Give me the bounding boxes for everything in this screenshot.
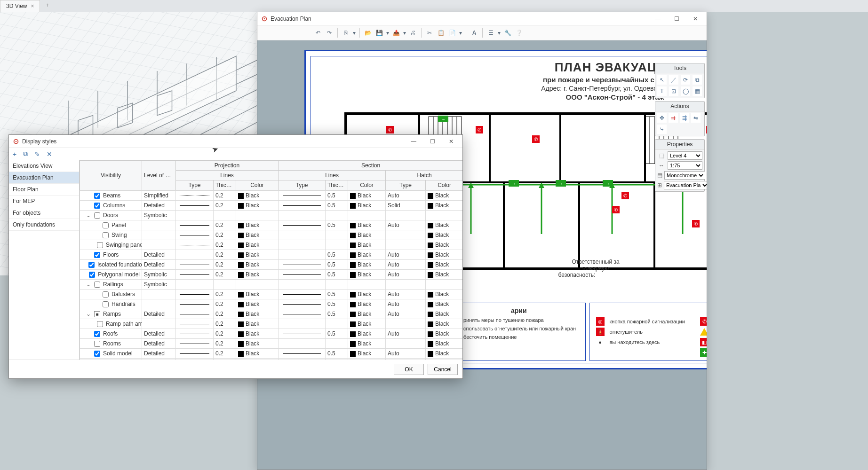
expander-icon[interactable]: ⌄ <box>86 212 91 219</box>
export-icon[interactable]: 📤 <box>391 28 401 38</box>
table-row[interactable]: FloorsDetailed0.2Black0.5BlackAutoBlack <box>80 250 463 260</box>
visibility-checkbox[interactable] <box>94 212 100 219</box>
table-row[interactable]: Swinging panel0.2BlackBlackBlack <box>80 240 463 250</box>
visibility-checkbox[interactable] <box>97 321 103 327</box>
table-row[interactable]: BeamsSimplified0.2Black0.5BlackAutoBlack <box>80 191 463 201</box>
expander-icon[interactable]: ⌄ <box>86 311 91 317</box>
evac-titlebar[interactable]: Evacuation Plan — ☐ ✕ <box>257 12 707 25</box>
table-row[interactable]: Ramp path arrows0.2BlackBlackBlack <box>80 319 463 329</box>
style-item[interactable]: Elevations View <box>9 160 79 172</box>
style-select[interactable]: Monochrome <box>664 171 705 180</box>
copy-icon[interactable]: ⎘ <box>341 28 351 38</box>
tab-3d-view[interactable]: 3D View × <box>0 0 40 12</box>
tab-add[interactable]: + <box>41 0 54 12</box>
line-tool[interactable]: ／ <box>669 75 678 85</box>
visibility-checkbox[interactable] <box>94 203 100 209</box>
visibility-checkbox[interactable] <box>103 232 109 238</box>
group-tool[interactable]: ⧉ <box>693 75 702 85</box>
style-item[interactable]: For MEP <box>9 196 79 207</box>
table-row[interactable]: Panel0.2Black0.5BlackAutoBlack <box>80 220 463 230</box>
table-row[interactable]: Isolated foundationsDetailed0.2Black0.5B… <box>80 260 463 270</box>
style-item[interactable]: For objects <box>9 207 79 219</box>
dropdown-icon[interactable]: ▾ <box>385 28 390 38</box>
visibility-checkbox[interactable] <box>103 291 109 298</box>
scale-select[interactable]: 1:75 <box>668 161 702 170</box>
dropdown-icon[interactable]: ▾ <box>458 28 463 38</box>
align-action[interactable]: ⇉ <box>669 113 678 123</box>
dialog-titlebar[interactable]: Display styles — ☐ ✕ <box>9 135 462 148</box>
table-row[interactable]: ⌄■RampsDetailed0.2Black0.5BlackAutoBlack <box>80 309 463 319</box>
style-item[interactable]: Only foundations <box>9 219 79 231</box>
cut-icon[interactable]: ✂ <box>424 28 435 38</box>
dropdown-icon[interactable]: ▾ <box>497 28 502 38</box>
visibility-checkbox[interactable] <box>94 351 100 357</box>
close-button[interactable]: ✕ <box>686 13 705 24</box>
visibility-checkbox[interactable] <box>94 193 100 199</box>
delete-style-button[interactable]: ✕ <box>47 150 52 158</box>
visibility-checkbox[interactable] <box>97 242 103 248</box>
print-icon[interactable]: 🖨 <box>408 28 418 38</box>
visibility-checkbox[interactable] <box>103 222 109 228</box>
edit-style-button[interactable]: ✎ <box>34 150 40 158</box>
rotate-tool[interactable]: ⟳ <box>681 75 690 85</box>
style-item[interactable]: Floor Plan <box>9 184 79 196</box>
table-row[interactable]: RoomsDetailed0.2BlackBlackBlack <box>80 339 463 349</box>
table-row[interactable]: Balusters0.2Black0.5BlackAutoBlack <box>80 290 463 299</box>
svg-text:✆: ✆ <box>388 127 392 133</box>
mirror-action[interactable]: ⇋ <box>691 113 701 123</box>
move-action[interactable]: ✥ <box>657 113 667 123</box>
copy2-icon[interactable]: 📋 <box>436 28 446 38</box>
maximize-button[interactable]: ☐ <box>423 136 442 147</box>
cancel-button[interactable]: Cancel <box>428 364 458 375</box>
add-style-button[interactable]: + <box>13 150 16 158</box>
maximize-button[interactable]: ☐ <box>667 13 686 24</box>
ok-button[interactable]: OK <box>394 364 424 375</box>
break-action[interactable]: ⤷ <box>657 125 667 134</box>
table-row[interactable]: ⌄RailingsSymbolic <box>80 280 463 290</box>
visibility-checkbox[interactable] <box>103 301 109 307</box>
svg-text:→: → <box>605 181 610 186</box>
close-icon[interactable]: × <box>31 3 34 9</box>
table-row[interactable]: Solid modelDetailed0.2Black0.5BlackAutoB… <box>80 349 463 359</box>
dropdown-icon[interactable]: ▾ <box>352 28 357 38</box>
table-row[interactable]: Polygonal modelSymbolic0.2Black0.5BlackA… <box>80 270 463 280</box>
text-tool[interactable]: T <box>657 86 667 96</box>
open-icon[interactable]: 📂 <box>363 28 373 38</box>
visibility-checkbox[interactable] <box>94 331 100 337</box>
paste-icon[interactable]: 📄 <box>447 28 457 38</box>
minimize-button[interactable]: — <box>648 13 667 24</box>
undo-icon[interactable]: ↶ <box>313 28 323 38</box>
tools-panel: Tools ↖ ／ ⟳ ⧉ T ⊡ ◯ ▦ <box>655 63 705 98</box>
table-row[interactable]: Swing0.2BlackBlackBlack <box>80 230 463 240</box>
visibility-checkbox[interactable] <box>94 341 100 347</box>
save-icon[interactable]: 💾 <box>374 28 384 38</box>
table-tool[interactable]: ▦ <box>693 86 702 96</box>
layout-select[interactable]: Evacuation Pla <box>664 181 707 189</box>
table-row[interactable]: ColumnsDetailed0.2Black0.5BlackSolidBlac… <box>80 201 463 211</box>
visibility-checkbox[interactable] <box>89 272 95 278</box>
table-row[interactable]: Handrails0.2Black0.5BlackAutoBlack <box>80 299 463 309</box>
help-icon[interactable]: ❔ <box>514 28 524 38</box>
visibility-checkbox[interactable] <box>94 282 100 288</box>
close-button[interactable]: ✕ <box>442 136 461 147</box>
expander-icon[interactable]: ⌄ <box>86 281 91 288</box>
distribute-action[interactable]: ⇶ <box>680 113 689 123</box>
dropdown-icon[interactable]: ▾ <box>402 28 407 38</box>
level-select[interactable]: Level 4 <box>668 151 702 160</box>
redo-icon[interactable]: ↷ <box>324 28 334 38</box>
table-row[interactable]: ⌄DoorsSymbolic <box>80 211 463 220</box>
select-tool[interactable]: ↖ <box>657 75 667 85</box>
style-item[interactable]: Evacuation Plan <box>9 172 79 184</box>
arc-tool[interactable]: ◯ <box>681 86 690 96</box>
dimension-tool[interactable]: ⊡ <box>669 86 678 96</box>
visibility-checkbox[interactable] <box>94 252 100 258</box>
settings-icon[interactable]: 🔧 <box>502 28 513 38</box>
visibility-checkbox[interactable] <box>88 262 95 268</box>
element-name: Ramp path arrows <box>106 321 142 327</box>
table-row[interactable]: RoofsDetailed0.2Black0.5BlackAutoBlack <box>80 329 463 339</box>
copy-style-button[interactable]: ⧉ <box>23 150 28 158</box>
display-styles-dialog: Display styles — ☐ ✕ + ⧉ ✎ ✕ Elevations … <box>8 134 463 379</box>
minimize-button[interactable]: — <box>404 136 423 147</box>
layers-icon[interactable]: ☰ <box>486 28 496 38</box>
font-icon[interactable]: A <box>469 28 479 38</box>
